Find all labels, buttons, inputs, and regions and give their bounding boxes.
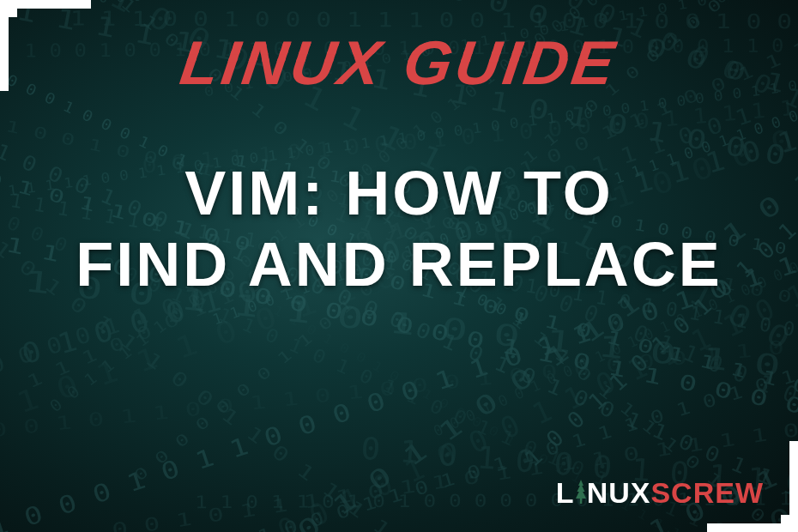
main-title-line-2: FIND AND REPLACE — [76, 229, 722, 300]
logo-text-part-1: L — [556, 476, 575, 510]
pine-tree-icon — [574, 479, 588, 505]
main-title: VIM: HOW TO FIND AND REPLACE — [76, 158, 722, 300]
main-title-line-1: VIM: HOW TO — [76, 158, 722, 229]
site-logo: L NUX SCREW — [556, 476, 764, 510]
banner-container: 0 0 1 1 1 0 1 0 1 0 0 1 1 0 1 0 0 0 1 1 … — [0, 0, 798, 532]
logo-text-part-2: NUX — [587, 476, 651, 510]
logo-text-part-3: SCREW — [650, 476, 764, 510]
header-subtitle: LINUX GUIDE LINUX GUIDE — [176, 27, 622, 98]
